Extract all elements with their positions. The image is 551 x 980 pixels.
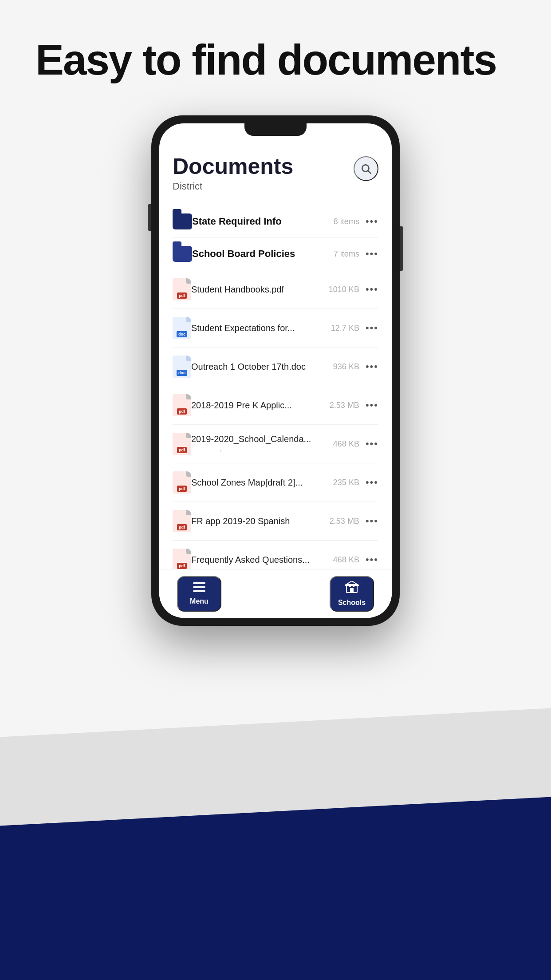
more-options-button[interactable]: ••• — [366, 248, 378, 260]
file-outreach-october[interactable]: Outreach 1 October 17th.doc 936 KB ••• — [173, 348, 378, 386]
more-options-button[interactable]: ••• — [366, 554, 378, 565]
menu-icon — [193, 582, 205, 595]
folder-school-board-policies[interactable]: School Board Policies 7 items ••• — [173, 238, 378, 270]
doc-icon — [173, 356, 191, 378]
schools-icon — [345, 581, 359, 596]
more-options-button[interactable]: ••• — [366, 438, 378, 450]
svg-rect-9 — [353, 585, 354, 587]
folder-name: State Required Info — [192, 216, 282, 227]
menu-icon-svg — [193, 582, 205, 592]
folder-state-required-info[interactable]: State Required Info 8 items ••• — [173, 205, 378, 238]
schools-icon-svg — [345, 581, 359, 593]
app-header-left: Documents District — [173, 154, 293, 192]
app-title: Documents — [173, 154, 293, 179]
file-size: 468 KB — [333, 555, 359, 565]
file-name: Student Handbooks.pdf — [191, 285, 284, 294]
file-size: 12.7 KB — [331, 324, 359, 333]
folder-name: School Board Policies — [192, 248, 295, 259]
svg-line-1 — [368, 171, 371, 174]
more-options-button[interactable]: ••• — [366, 216, 378, 227]
file-student-expectations[interactable]: Student Expectations for... 12.7 KB ••• — [173, 309, 378, 348]
calendar-dot: . — [220, 444, 328, 454]
svg-rect-8 — [349, 585, 351, 587]
more-options-button[interactable]: ••• — [366, 477, 378, 488]
schools-nav-button[interactable]: Schools — [330, 576, 374, 612]
file-size: 468 KB — [333, 439, 359, 449]
file-info: Outreach 1 October 17th.doc — [191, 362, 328, 372]
file-name: 2018-2019 Pre K Applic... — [191, 400, 292, 410]
file-size: 2.53 MB — [330, 401, 359, 410]
file-student-handbooks[interactable]: Student Handbooks.pdf 1010 KB ••• — [173, 270, 378, 309]
folder-item-count: 7 items — [334, 249, 359, 259]
file-name: 2019-2020_School_Calenda... — [191, 434, 311, 444]
phone-notch — [244, 123, 307, 136]
file-info: Student Expectations for... — [191, 323, 326, 333]
pdf-icon — [173, 510, 191, 532]
file-size: 235 KB — [333, 478, 359, 487]
menu-nav-label: Menu — [190, 597, 209, 605]
app-subtitle: District — [173, 181, 293, 192]
svg-rect-6 — [350, 588, 354, 593]
file-school-zones-map[interactable]: School Zones Map[draft 2]... 235 KB ••• — [173, 463, 378, 502]
file-size: 1010 KB — [329, 285, 359, 294]
more-options-button[interactable]: ••• — [366, 322, 378, 334]
file-info: FR app 2019-20 Spanish — [191, 516, 324, 526]
folder-icon-dark — [173, 213, 192, 229]
file-info: School Zones Map[draft 2]... — [191, 478, 328, 488]
folder-icon-medium — [173, 246, 192, 262]
doc-icon — [173, 317, 191, 339]
pdf-icon — [173, 278, 191, 300]
app-content: Documents District State Required Info — [159, 141, 392, 618]
folder-item-count: 8 items — [334, 217, 359, 226]
more-options-button[interactable]: ••• — [366, 399, 378, 411]
file-info: Frequently Asked Questions... — [191, 555, 328, 565]
file-school-calendar[interactable]: 2019-2020_School_Calenda... . 468 KB ••• — [173, 425, 378, 463]
file-info: 2019-2020_School_Calenda... . — [191, 434, 328, 454]
folder-info: School Board Policies — [192, 248, 328, 260]
file-name: Student Expectations for... — [191, 323, 295, 333]
svg-rect-4 — [193, 590, 205, 592]
pdf-icon — [173, 549, 191, 571]
menu-nav-button[interactable]: Menu — [177, 576, 221, 612]
pdf-icon — [173, 471, 191, 494]
file-name: FR app 2019-20 Spanish — [191, 516, 290, 526]
phone-screen: Documents District State Required Info — [159, 123, 392, 618]
more-options-button[interactable]: ••• — [366, 361, 378, 372]
svg-rect-3 — [193, 586, 205, 588]
folder-info: State Required Info — [192, 216, 328, 227]
file-name: Outreach 1 October 17th.doc — [191, 362, 306, 371]
phone-mockup: Documents District State Required Info — [151, 115, 400, 626]
bottom-navigation: Menu Schools — [159, 569, 392, 618]
file-info: 2018-2019 Pre K Applic... — [191, 400, 324, 411]
search-button[interactable] — [354, 156, 378, 181]
file-name: Frequently Asked Questions... — [191, 555, 310, 565]
document-list: State Required Info 8 items ••• School B… — [173, 205, 378, 579]
more-options-button[interactable]: ••• — [366, 515, 378, 527]
app-header: Documents District — [173, 154, 378, 192]
more-options-button[interactable]: ••• — [366, 284, 378, 295]
schools-nav-label: Schools — [338, 599, 366, 607]
page-headline: Easy to find documents — [35, 36, 496, 84]
svg-rect-2 — [193, 582, 205, 584]
file-info: Student Handbooks.pdf — [191, 285, 323, 295]
pdf-icon — [173, 394, 191, 416]
pdf-icon — [173, 433, 191, 455]
search-icon — [360, 163, 372, 174]
file-fr-app-spanish[interactable]: FR app 2019-20 Spanish 2.53 MB ••• — [173, 502, 378, 541]
file-name: School Zones Map[draft 2]... — [191, 478, 303, 487]
file-size: 936 KB — [333, 362, 359, 371]
file-pre-k-application[interactable]: 2018-2019 Pre K Applic... 2.53 MB ••• — [173, 386, 378, 425]
file-size: 2.53 MB — [330, 517, 359, 526]
